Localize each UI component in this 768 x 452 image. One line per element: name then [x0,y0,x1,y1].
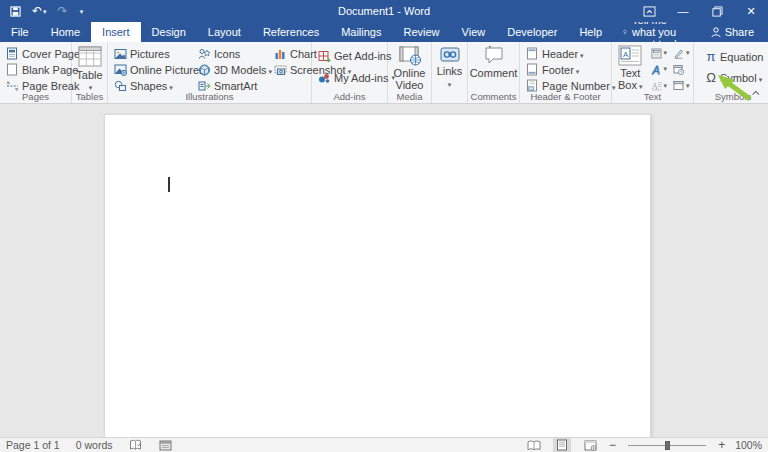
links-button[interactable]: Links ▾ [433,44,467,92]
tab-layout[interactable]: Layout [197,22,252,42]
get-addins-icon [317,49,331,63]
macro-recording-icon[interactable] [158,438,172,452]
svg-text:A: A [623,50,629,59]
ribbon-group-header-footer: Header Footer Page Number Header & Foote… [520,42,612,103]
group-label-addins: Add-ins [312,91,387,102]
get-addins-button[interactable]: Get Add-ins [314,48,385,63]
tell-me-box[interactable]: Tell me what you want to do [613,22,697,42]
signature-line-icon [673,46,685,60]
save-button[interactable] [10,6,21,17]
footer-icon [525,63,539,77]
tab-references[interactable]: References [252,22,330,42]
zoom-out-button[interactable]: − [609,439,616,451]
pictures-icon [113,47,127,61]
screenshot-icon [273,63,287,77]
signature-line-button[interactable]: ▾ [673,46,690,60]
wordart-button[interactable]: A ▾ [650,62,667,76]
cover-page-button[interactable]: Cover Page [2,46,69,61]
page-indicator[interactable]: Page 1 of 1 [6,439,60,451]
group-label-comments: Comments [468,91,519,102]
lightbulb-icon [623,26,627,38]
pictures-button[interactable]: Pictures [110,46,194,61]
links-icon [439,46,461,64]
share-button[interactable]: Share [697,22,768,42]
person-icon [711,27,721,38]
zoom-slider-thumb[interactable] [665,441,670,450]
group-label-header-footer: Header & Footer [520,91,611,102]
redo-button[interactable]: ↷ [58,5,68,17]
footer-button[interactable]: Footer [522,62,609,77]
3d-models-icon [197,63,211,77]
online-video-icon [398,46,422,66]
quick-access-toolbar: ↶▾ ↷ ▾ [0,5,83,17]
quick-parts-button[interactable]: ▾ [650,46,667,60]
tab-review[interactable]: Review [393,22,451,42]
document-page[interactable] [104,114,651,437]
group-label-media: Media [388,91,431,102]
print-layout-button[interactable] [553,438,571,452]
zoom-slider[interactable] [628,445,706,446]
ribbon-group-text: A Text Box ▾ ▾ A ▾ [612,42,694,103]
blank-page-button[interactable]: Blank Page [2,62,69,77]
undo-button[interactable]: ↶▾ [32,5,47,17]
comment-icon [483,46,505,66]
header-icon [525,47,539,61]
document-canvas [0,104,768,437]
tab-insert[interactable]: Insert [91,22,141,42]
my-addins-button[interactable]: My Add-ins ▾ [314,70,385,85]
online-video-button[interactable]: Online Video [389,44,431,93]
quick-parts-icon [650,46,662,60]
symbol-omega-icon: Ω [705,71,717,85]
tab-view[interactable]: View [451,22,497,42]
table-button[interactable]: Table [72,44,106,95]
web-layout-button[interactable] [581,438,599,452]
my-addins-icon [317,71,331,85]
tab-home[interactable]: Home [40,22,91,42]
header-button[interactable]: Header [522,46,609,61]
tab-file[interactable]: File [0,22,40,42]
undo-dropdown-icon[interactable]: ▾ [43,8,47,15]
ribbon-tab-row: File Home Insert Design Layout Reference… [0,22,768,42]
ribbon-group-comments: Comment Comments [468,42,520,103]
svg-text:A: A [651,64,659,75]
proofing-status-icon[interactable] [128,438,142,452]
chart-icon [273,47,287,61]
group-label-tables: Tables [72,91,107,102]
svg-text:A: A [651,81,658,91]
wordart-icon: A [650,62,662,76]
minimize-button[interactable]: — [666,0,700,22]
date-time-icon [673,62,685,76]
customize-qat-button[interactable]: ▾ [79,8,84,15]
online-pictures-button[interactable]: Online Pictures [110,62,194,77]
word-count[interactable]: 0 words [76,439,113,451]
tab-design[interactable]: Design [141,22,197,42]
icons-button[interactable]: Icons [194,46,270,61]
ribbon-display-options-button[interactable] [632,0,666,22]
date-time-button[interactable] [673,62,690,76]
ribbon-group-media: Online Video Media [388,42,432,103]
word-window: ↶▾ ↷ ▾ Document1 - Word — ✕ File Home In… [0,0,768,452]
ribbon-group-pages: Cover Page Blank Page Page Break Pages [0,42,72,103]
blank-page-icon [5,63,19,77]
text-box-icon: A [618,45,642,66]
text-box-button[interactable]: A Text Box [614,44,646,94]
close-button[interactable]: ✕ [734,0,768,22]
window-controls: — ✕ [632,0,768,22]
cover-page-icon [5,47,19,61]
symbol-button[interactable]: Ω Symbol [702,70,768,85]
group-label-illustrations: Illustrations [108,91,311,102]
share-label: Share [725,26,754,38]
3d-models-button[interactable]: 3D Models [194,62,270,77]
read-mode-button[interactable] [525,438,543,452]
restore-button[interactable] [700,0,734,22]
status-bar: Page 1 of 1 0 words − + 100% [0,437,768,452]
zoom-level[interactable]: 100% [735,439,762,451]
zoom-in-button[interactable]: + [718,439,725,451]
table-icon [78,46,102,68]
comment-button[interactable]: Comment [466,44,522,82]
tab-help[interactable]: Help [568,22,613,42]
equation-button[interactable]: π Equation ▾ [702,49,768,64]
tab-developer[interactable]: Developer [496,22,568,42]
tab-mailings[interactable]: Mailings [330,22,392,42]
collapse-ribbon-button[interactable] [752,89,760,97]
